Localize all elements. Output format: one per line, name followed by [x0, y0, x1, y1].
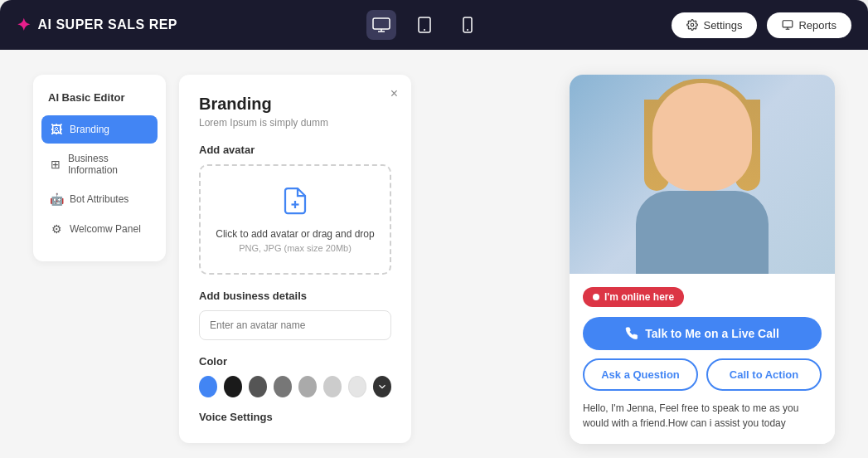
upload-icon	[214, 186, 376, 222]
brand-icon: ✦	[17, 15, 32, 35]
navbar-actions: Settings Reports	[672, 12, 851, 38]
chat-greeting: Hello, I'm Jenna, Feel free to speak to …	[583, 401, 822, 431]
action-buttons: Ask a Question Call to Action	[583, 358, 822, 391]
avatar-body	[636, 191, 769, 274]
upload-hint: PNG, JPG (max size 20Mb)	[214, 243, 376, 253]
sidebar-item-label: Bot Attributes	[70, 193, 129, 205]
mobile-icon[interactable]	[453, 10, 482, 40]
sidebar-item-branding[interactable]: 🖼 Branding	[41, 115, 158, 144]
business-section-label: Add business details	[199, 290, 391, 302]
svg-rect-6	[783, 21, 793, 27]
live-call-label: Talk to Me on a Live Call	[645, 327, 779, 340]
color-swatch-verylightgray[interactable]	[348, 376, 366, 397]
live-call-button[interactable]: Talk to Me on a Live Call	[583, 317, 822, 350]
svg-rect-0	[373, 18, 390, 29]
bot-icon: 🤖	[50, 192, 63, 206]
color-label: Color	[199, 355, 391, 368]
voice-settings-label: Voice Settings	[199, 411, 391, 423]
settings-button[interactable]: Settings	[672, 12, 757, 38]
color-swatch-darkgray[interactable]	[249, 376, 267, 397]
color-swatch-gray[interactable]	[298, 376, 317, 397]
tablet-icon[interactable]	[410, 10, 439, 40]
color-more-button[interactable]	[373, 376, 391, 397]
avatar-figure	[619, 75, 785, 274]
color-swatch-lightgray[interactable]	[323, 376, 342, 397]
ask-question-button[interactable]: Ask a Question	[583, 358, 698, 391]
sidebar-item-label: Welcomw Panel	[70, 223, 141, 235]
navbar: ✦ AI SUPER SALS REP Settings Reports	[0, 0, 868, 50]
editor-subtitle: Lorem Ipsum is simply dumm	[199, 117, 391, 129]
color-swatches	[199, 376, 391, 397]
desktop-icon[interactable]	[366, 10, 396, 40]
reports-button[interactable]: Reports	[767, 12, 851, 38]
sidebar-item-welcome-panel[interactable]: ⚙ Welcomw Panel	[41, 215, 158, 243]
welcome-icon: ⚙	[50, 222, 63, 236]
sidebar-item-business-info[interactable]: ⊞ Business Information	[41, 145, 158, 183]
avatar-upload-area[interactable]: Click to add avatar or drag and drop PNG…	[199, 164, 391, 275]
sidebar-title: AI Basic Editor	[41, 91, 158, 115]
color-swatch-medgray[interactable]	[274, 376, 292, 397]
editor-panel: × Branding Lorem Ipsum is simply dumm Ad…	[179, 75, 411, 443]
online-text: I'm online here	[604, 291, 674, 303]
sidebar: AI Basic Editor 🖼 Branding ⊞ Business In…	[33, 75, 166, 261]
left-panel: AI Basic Editor 🖼 Branding ⊞ Business In…	[33, 75, 536, 443]
ask-question-label: Ask a Question	[601, 368, 680, 381]
avatar-name-input[interactable]	[199, 310, 391, 340]
sidebar-item-label: Business Information	[68, 153, 149, 176]
settings-label: Settings	[703, 19, 742, 32]
device-switcher	[366, 10, 482, 40]
brand-text: AI SUPER SALS REP	[38, 17, 178, 32]
svg-point-5	[691, 23, 695, 27]
avatar-head	[652, 83, 752, 191]
branding-icon: 🖼	[50, 123, 63, 136]
color-swatch-blue[interactable]	[199, 376, 217, 397]
chat-avatar-area	[570, 75, 835, 274]
svg-point-4	[467, 29, 468, 31]
sidebar-item-label: Branding	[70, 124, 109, 135]
sidebar-item-bot-attributes[interactable]: 🤖 Bot Attributes	[41, 185, 158, 213]
chat-bottom: I'm online here Talk to Me on a Live Cal…	[570, 274, 835, 444]
online-dot	[593, 294, 599, 300]
avatar-section-label: Add avatar	[199, 144, 391, 156]
chat-preview: I'm online here Talk to Me on a Live Cal…	[570, 75, 835, 444]
chat-card: I'm online here Talk to Me on a Live Cal…	[570, 75, 835, 444]
reports-label: Reports	[798, 19, 836, 32]
online-badge: I'm online here	[583, 287, 684, 307]
close-button[interactable]: ×	[390, 86, 398, 101]
business-icon: ⊞	[50, 158, 61, 171]
editor-title: Branding	[199, 95, 391, 114]
call-to-action-label: Call to Action	[730, 368, 798, 381]
call-to-action-button[interactable]: Call to Action	[706, 358, 822, 391]
color-swatch-black[interactable]	[224, 376, 242, 397]
color-section: Color	[199, 355, 391, 397]
brand: ✦ AI SUPER SALS REP	[17, 15, 177, 35]
svg-point-2	[424, 29, 425, 31]
upload-text: Click to add avatar or drag and drop	[214, 228, 376, 240]
main-content: AI Basic Editor 🖼 Branding ⊞ Business In…	[0, 50, 868, 458]
